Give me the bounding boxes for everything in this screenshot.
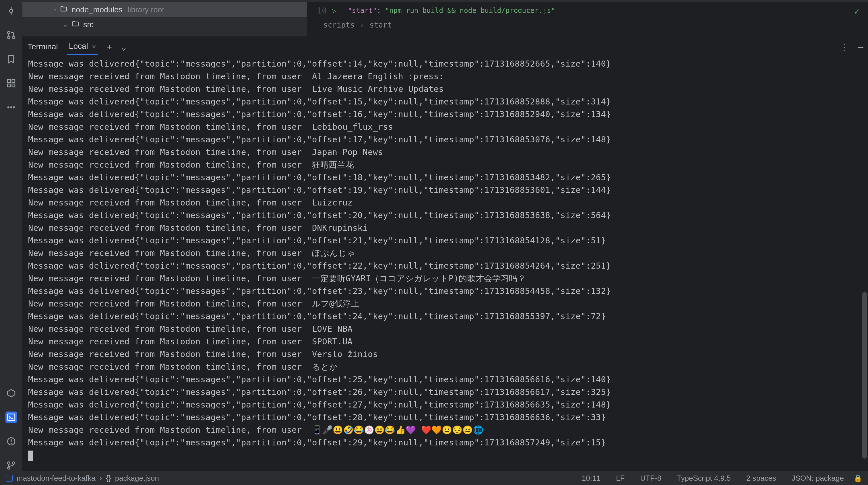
bookmark-icon[interactable] <box>5 53 17 65</box>
commit-icon[interactable] <box>5 5 17 17</box>
terminal-cursor <box>28 451 33 461</box>
status-bar: mastodon-feed-to-kafka › {} package.json… <box>0 471 868 485</box>
terminal-panel: Terminal Local ✕ + ⌄ ⋮ — Message was del… <box>22 37 868 471</box>
svg-rect-8 <box>7 84 10 87</box>
minimize-icon[interactable]: — <box>858 42 863 52</box>
terminal-tab-local[interactable]: Local ✕ <box>67 39 98 55</box>
status-project[interactable]: mastodon-feed-to-kafka <box>17 474 96 483</box>
status-line-sep[interactable]: LF <box>610 474 630 483</box>
svg-point-0 <box>9 9 12 12</box>
svg-point-10 <box>7 107 9 108</box>
svg-rect-14 <box>7 414 15 421</box>
status-caret-pos[interactable]: 10:11 <box>576 474 606 483</box>
status-file[interactable]: package.json <box>115 474 159 483</box>
terminal-dropdown-icon[interactable]: ⌄ <box>121 42 126 52</box>
editor-breadcrumb[interactable]: scripts › start <box>307 19 868 31</box>
json-file-icon: {} <box>106 474 111 483</box>
tree-item-label: node_modules <box>71 5 122 14</box>
svg-point-11 <box>10 107 11 108</box>
readonly-lock-icon[interactable]: 🔒 <box>854 474 862 482</box>
line-number: 10 <box>313 6 327 15</box>
project-status-icon[interactable] <box>6 475 12 482</box>
editor[interactable]: 10 ▷ "start": "npm run build && node bui… <box>307 2 868 36</box>
new-terminal-button[interactable]: + <box>107 42 112 52</box>
run-gutter-icon[interactable]: ▷ <box>332 6 336 15</box>
chevron-right-icon: › <box>54 6 56 13</box>
tree-src[interactable]: ⌄ src <box>22 17 307 32</box>
pull-request-icon[interactable] <box>5 29 17 41</box>
window-top-strip <box>0 0 868 2</box>
status-schema[interactable]: JSON: package <box>786 474 849 483</box>
options-icon[interactable]: ⋮ <box>840 42 848 52</box>
left-tool-strip <box>0 2 22 471</box>
chevron-down-icon: ⌄ <box>63 21 68 28</box>
folder-icon <box>72 20 79 30</box>
terminal-scrollbar[interactable] <box>862 292 867 459</box>
svg-rect-9 <box>12 84 14 87</box>
tree-node-modules[interactable]: › node_modules library root <box>22 2 307 17</box>
svg-rect-6 <box>7 79 10 83</box>
close-tab-icon[interactable]: ✕ <box>92 43 96 50</box>
svg-point-5 <box>12 36 15 39</box>
tree-item-hint: library root <box>127 5 164 14</box>
services-icon[interactable] <box>5 387 17 399</box>
svg-point-12 <box>13 107 14 108</box>
breadcrumb-item[interactable]: start <box>369 21 392 29</box>
svg-point-4 <box>7 36 10 39</box>
toolwindow-title: Terminal <box>28 42 58 52</box>
status-lang[interactable]: TypeScript 4.9.5 <box>671 474 737 483</box>
git-branch-icon[interactable] <box>5 460 17 471</box>
more-icon[interactable] <box>5 102 17 113</box>
folder-icon <box>60 5 67 14</box>
breadcrumb-item[interactable]: scripts <box>323 21 355 29</box>
svg-marker-13 <box>7 389 15 397</box>
structure-icon[interactable] <box>5 77 17 89</box>
status-indent[interactable]: 2 spaces <box>741 474 782 483</box>
chevron-right-icon: › <box>100 474 102 483</box>
svg-point-3 <box>7 31 10 34</box>
svg-point-19 <box>7 462 10 464</box>
terminal-icon[interactable] <box>5 412 17 423</box>
status-encoding[interactable]: UTF-8 <box>634 474 667 483</box>
terminal-output[interactable]: Message was delivered{"topic":"messages"… <box>22 57 868 471</box>
svg-point-20 <box>12 462 15 464</box>
svg-rect-7 <box>12 79 14 83</box>
code-line[interactable]: "start": "npm run build && node build/pr… <box>348 7 555 14</box>
project-tree[interactable]: › node_modules library root ⌄ src <box>22 2 307 36</box>
inspection-ok-icon[interactable]: ✓ <box>854 6 859 17</box>
breadcrumb-sep: › <box>360 21 365 29</box>
problems-icon[interactable] <box>5 435 17 447</box>
tree-item-label: src <box>83 20 94 29</box>
